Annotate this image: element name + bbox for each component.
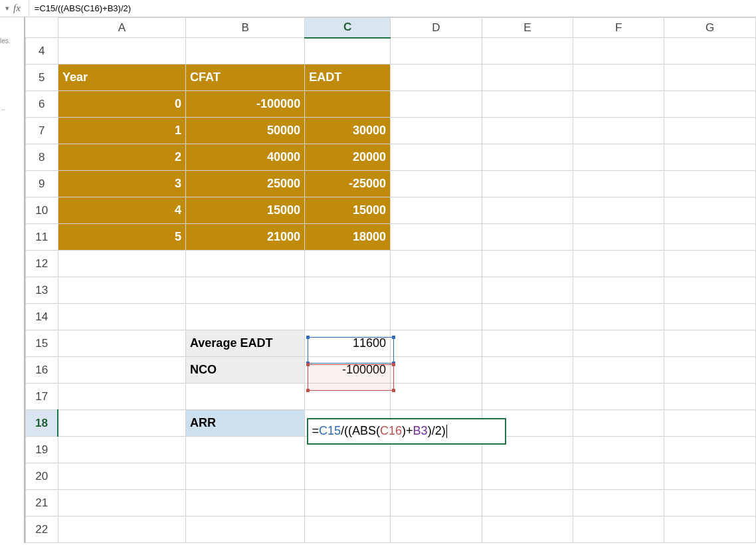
col-header-E[interactable]: E	[482, 18, 573, 38]
row-header-20[interactable]: 20	[25, 463, 58, 490]
cell-G21[interactable]	[664, 490, 756, 516]
row-header-17[interactable]: 17	[25, 383, 58, 410]
cell-C9[interactable]: -25000	[305, 171, 391, 197]
cell-A10[interactable]: 4	[58, 197, 185, 224]
col-header-F[interactable]: F	[573, 18, 664, 38]
fx-label[interactable]: fx	[13, 3, 23, 14]
cell-E13[interactable]	[482, 277, 573, 304]
cell-F18[interactable]	[573, 410, 664, 437]
cell-F7[interactable]	[573, 118, 664, 144]
cell-C6[interactable]	[305, 91, 391, 118]
cell-A14[interactable]	[58, 304, 185, 330]
cell-A11[interactable]: 5	[58, 224, 185, 251]
cell-A20[interactable]	[58, 463, 185, 490]
cell-G19[interactable]	[664, 437, 756, 463]
cell-F6[interactable]	[573, 91, 664, 118]
cell-B22[interactable]	[186, 516, 305, 543]
col-header-D[interactable]: D	[391, 18, 482, 38]
cell-A12[interactable]	[58, 251, 185, 277]
cell-D11[interactable]	[391, 224, 482, 251]
cell-G22[interactable]	[664, 516, 756, 543]
cell-B19[interactable]	[186, 437, 305, 463]
cell-G13[interactable]	[664, 277, 756, 304]
cell-F21[interactable]	[573, 490, 664, 516]
cell-D13[interactable]	[391, 277, 482, 304]
cell-G11[interactable]	[664, 224, 756, 251]
cell-B11[interactable]: 21000	[186, 224, 305, 251]
row-header-15[interactable]: 15	[25, 330, 58, 357]
row-header-10[interactable]: 10	[25, 197, 58, 224]
cell-G5[interactable]	[664, 64, 756, 91]
row-header-12[interactable]: 12	[25, 251, 58, 277]
cell-D17[interactable]	[391, 383, 482, 410]
cell-E16[interactable]	[482, 357, 573, 383]
cell-D12[interactable]	[391, 251, 482, 277]
active-cell-editor[interactable]: =C15/((ABS(C16)+B3)/2)	[307, 418, 506, 445]
cell-F19[interactable]	[573, 437, 664, 463]
cell-G15[interactable]	[664, 330, 756, 357]
row-header-8[interactable]: 8	[25, 144, 58, 171]
cell-F20[interactable]	[573, 463, 664, 490]
cell-F16[interactable]	[573, 357, 664, 383]
cell-D9[interactable]	[391, 171, 482, 197]
cell-F12[interactable]	[573, 251, 664, 277]
row-header-21[interactable]: 21	[25, 490, 58, 516]
cell-G17[interactable]	[664, 383, 756, 410]
row-header-22[interactable]: 22	[25, 516, 58, 543]
cell-C11[interactable]: 18000	[305, 224, 391, 251]
cell-D5[interactable]	[391, 64, 482, 91]
row-header-19[interactable]: 19	[25, 437, 58, 463]
cell-C16[interactable]: -100000	[305, 357, 391, 383]
cell-E7[interactable]	[482, 118, 573, 144]
row-header-5[interactable]: 5	[25, 64, 58, 91]
col-header-A[interactable]: A	[58, 18, 185, 38]
cell-G10[interactable]	[664, 197, 756, 224]
cell-G7[interactable]	[664, 118, 756, 144]
row-header-14[interactable]: 14	[25, 304, 58, 330]
cell-A4[interactable]	[58, 38, 185, 64]
row-header-4[interactable]: 4	[25, 38, 58, 64]
cell-A15[interactable]	[58, 330, 185, 357]
cell-A21[interactable]	[58, 490, 185, 516]
cell-B7[interactable]: 50000	[186, 118, 305, 144]
cell-E22[interactable]	[482, 516, 573, 543]
row-header-18[interactable]: 18	[25, 410, 58, 437]
cell-C5[interactable]: EADT	[305, 64, 391, 91]
cell-C14[interactable]	[305, 304, 391, 330]
cell-B6[interactable]: -100000	[186, 91, 305, 118]
cell-A17[interactable]	[58, 383, 185, 410]
cell-F8[interactable]	[573, 144, 664, 171]
cell-A18[interactable]	[58, 410, 185, 437]
cell-B16[interactable]: NCO	[186, 357, 305, 383]
cell-E15[interactable]	[482, 330, 573, 357]
row-header-13[interactable]: 13	[25, 277, 58, 304]
cell-C4[interactable]	[305, 38, 391, 64]
cell-F10[interactable]	[573, 197, 664, 224]
cell-B8[interactable]: 40000	[186, 144, 305, 171]
cell-C13[interactable]	[305, 277, 391, 304]
cell-E21[interactable]	[482, 490, 573, 516]
cell-A19[interactable]	[58, 437, 185, 463]
cell-E5[interactable]	[482, 64, 573, 91]
cell-B13[interactable]	[186, 277, 305, 304]
cell-C21[interactable]	[305, 490, 391, 516]
cell-D16[interactable]	[391, 357, 482, 383]
cell-B15[interactable]: Average EADT	[186, 330, 305, 357]
row-header-7[interactable]: 7	[25, 118, 58, 144]
cell-D22[interactable]	[391, 516, 482, 543]
cell-B4[interactable]	[186, 38, 305, 64]
fx-dropdown-icon[interactable]: ▾	[5, 4, 9, 13]
cell-D4[interactable]	[391, 38, 482, 64]
cell-E4[interactable]	[482, 38, 573, 64]
cell-E9[interactable]	[482, 171, 573, 197]
cell-F9[interactable]	[573, 171, 664, 197]
cell-B5[interactable]: CFAT	[186, 64, 305, 91]
cell-A16[interactable]	[58, 357, 185, 383]
cell-A8[interactable]: 2	[58, 144, 185, 171]
cell-E17[interactable]	[482, 383, 573, 410]
cell-B20[interactable]	[186, 463, 305, 490]
cell-D7[interactable]	[391, 118, 482, 144]
cell-B14[interactable]	[186, 304, 305, 330]
cell-D21[interactable]	[391, 490, 482, 516]
cell-B10[interactable]: 15000	[186, 197, 305, 224]
